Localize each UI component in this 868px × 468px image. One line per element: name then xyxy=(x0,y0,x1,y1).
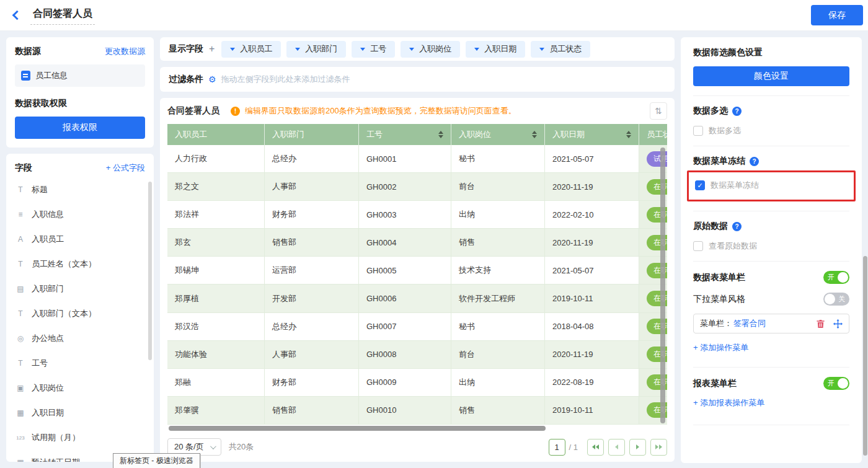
move-handle-icon[interactable] xyxy=(833,319,843,329)
chip-label: 入职岗位 xyxy=(419,43,451,55)
toggle-on-label: 开 xyxy=(828,379,835,388)
help-icon[interactable]: ? xyxy=(732,222,742,231)
table-row[interactable]: 人力行政总经办GH0001秘书2021-05-07试用期 xyxy=(167,145,667,173)
table-row[interactable]: 郑肇骥销售部GH0010销售2019-10-11在职 xyxy=(167,397,667,425)
table-cell: 运营部 xyxy=(265,257,359,285)
table-vertical-scrollbar[interactable] xyxy=(660,148,665,423)
filter-settings-gear-icon[interactable]: ⚙ xyxy=(208,74,216,84)
first-page-button[interactable] xyxy=(587,439,604,456)
page-title[interactable]: 合同签署人员 xyxy=(30,6,95,25)
field-item[interactable]: 123试用期（月） xyxy=(15,425,145,450)
column-header[interactable]: 员工状态 xyxy=(639,124,667,145)
multi-select-checkbox[interactable] xyxy=(693,126,703,136)
field-item-label: 入职部门 xyxy=(32,283,64,294)
page-vertical-scrollbar[interactable] xyxy=(863,256,867,456)
table-cell: GH0002 xyxy=(359,173,451,201)
help-icon[interactable]: ? xyxy=(732,107,742,116)
field-item[interactable]: T入职部门（文本） xyxy=(15,301,145,326)
field-list: T标题≡入职信息A入职员工T员工姓名（文本）▤入职部门T入职部门（文本）◎办公地… xyxy=(15,177,145,462)
table-row[interactable]: 郑汉浩总经办GH0007秘书2018-04-08在职 xyxy=(167,313,667,341)
prev-page-button[interactable] xyxy=(608,439,625,456)
add-display-field-icon[interactable]: + xyxy=(209,43,215,55)
browser-status-tooltip: 新标签页 - 极速浏览器 xyxy=(113,453,200,468)
display-field-chip[interactable]: 入职日期 xyxy=(466,41,525,58)
help-icon[interactable]: ? xyxy=(750,157,759,166)
color-filter-title: 数据筛选颜色设置 xyxy=(693,47,763,58)
raw-data-checkbox[interactable] xyxy=(693,241,703,251)
field-item-label: 办公地点 xyxy=(32,333,64,344)
display-field-chip[interactable]: 入职员工 xyxy=(221,41,281,58)
report-menubar-toggle[interactable]: 开 xyxy=(823,377,849,390)
table-row[interactable]: 郑融财务部GH0009出纳2022-08-19在职 xyxy=(167,369,667,397)
display-field-chip[interactable]: 入职部门 xyxy=(286,41,346,58)
display-field-chip[interactable]: 员工状态 xyxy=(531,41,590,58)
add-report-action-menu-link[interactable]: + 添加报表操作菜单 xyxy=(693,397,764,408)
title-icon: T xyxy=(15,185,26,194)
menubar-item-value[interactable]: 签署合同 xyxy=(733,318,766,329)
text-icon: T xyxy=(15,359,26,368)
multi-select-checkbox-row[interactable]: 数据多选 xyxy=(693,125,849,136)
datasource-item[interactable]: 员工信息 xyxy=(15,64,145,87)
table-row[interactable]: 功能体验人事部GH0008前台2020-11-19在职 xyxy=(167,341,667,369)
column-header[interactable]: 入职员工 xyxy=(167,124,265,145)
delete-trash-icon[interactable] xyxy=(816,319,825,329)
change-datasource-link[interactable]: 更改数据源 xyxy=(105,46,145,57)
column-header[interactable]: 入职岗位 xyxy=(451,124,545,145)
table-cell: 销售 xyxy=(451,397,545,425)
chip-label: 入职部门 xyxy=(305,43,337,55)
next-page-button[interactable] xyxy=(629,439,646,456)
table-cell: 前台 xyxy=(451,341,545,369)
sort-arrows-icon[interactable] xyxy=(438,131,443,138)
field-item[interactable]: ▦入职日期 xyxy=(15,400,145,425)
field-item-label: 试用期（月） xyxy=(32,432,80,443)
raw-data-checkbox-row[interactable]: 查看原始数据 xyxy=(693,241,849,252)
color-setting-button[interactable]: 颜色设置 xyxy=(693,66,849,86)
back-icon[interactable] xyxy=(12,11,22,20)
table-cell: 2020-11-19 xyxy=(545,229,639,257)
dropdown-style-toggle[interactable]: 关 xyxy=(823,293,849,306)
fields-scrollbar[interactable] xyxy=(148,182,152,360)
column-header[interactable]: 入职部门 xyxy=(265,124,359,145)
table-row[interactable]: 郑厚植开发部GH0006软件开发工程师2019-10-11在职 xyxy=(167,285,667,312)
last-page-button[interactable] xyxy=(650,439,667,456)
field-item[interactable]: ▤入职部门 xyxy=(15,276,145,301)
table-row[interactable]: 郑玄销售部GH0004销售2020-11-19在职 xyxy=(167,229,667,257)
field-item[interactable]: ◎办公地点 xyxy=(15,326,145,351)
menu-freeze-title: 数据菜单冻结 xyxy=(693,156,745,167)
display-field-chip[interactable]: 工号 xyxy=(352,41,395,58)
sort-arrows-icon[interactable] xyxy=(532,131,537,138)
column-header[interactable]: 工号 xyxy=(359,124,451,145)
table-row[interactable]: 郑之文人事部GH0002前台2020-11-19在职 xyxy=(167,173,667,201)
field-item[interactable]: ▣入职岗位 xyxy=(15,376,145,400)
field-item[interactable]: T标题 xyxy=(15,177,145,202)
table-sort-icon[interactable]: ⇅ xyxy=(650,102,667,120)
column-header-label: 入职员工 xyxy=(175,129,207,140)
chevron-down-icon xyxy=(360,48,365,51)
table-row[interactable]: 郑锡坤运营部GH0005技术支持2021-05-07在职 xyxy=(167,257,667,285)
sort-arrows-icon[interactable] xyxy=(626,131,631,138)
table-row[interactable]: 郑法祥财务部GH0003出纳2022-02-10在职 xyxy=(167,201,667,229)
display-field-chip[interactable]: 入职岗位 xyxy=(401,41,460,58)
save-button[interactable]: 保存 xyxy=(811,5,863,25)
red-highlight-box: 数据菜单冻结 xyxy=(687,170,856,201)
current-page-box[interactable]: 1 xyxy=(549,439,565,456)
add-formula-field-link[interactable]: + 公式字段 xyxy=(106,162,145,174)
table-title: 合同签署人员 xyxy=(167,105,219,117)
field-chip-row: 入职员工入职部门工号入职岗位入职日期员工状态 xyxy=(221,41,590,58)
field-item[interactable]: T员工姓名（文本） xyxy=(15,252,145,276)
menu-freeze-checkbox-row[interactable]: 数据菜单冻结 xyxy=(695,180,848,191)
add-action-menu-link[interactable]: + 添加操作菜单 xyxy=(693,342,748,353)
table-cell: 开发部 xyxy=(265,285,359,312)
field-item-label: 标题 xyxy=(32,184,48,195)
datasource-card: 数据源 更改数据源 员工信息 数据获取权限 报表权限 xyxy=(6,37,154,148)
menu-freeze-checkbox[interactable] xyxy=(695,180,705,190)
field-item-label: 预计转正日期 xyxy=(32,457,80,462)
field-item[interactable]: A入职员工 xyxy=(15,227,145,252)
field-item[interactable]: ≡入职信息 xyxy=(15,202,145,227)
field-item[interactable]: T工号 xyxy=(15,351,145,376)
horizontal-scroll-thumb[interactable] xyxy=(169,426,546,431)
column-header[interactable]: 入职日期 xyxy=(545,124,639,145)
table-cell: 软件开发工程师 xyxy=(451,285,545,312)
table-menubar-toggle[interactable]: 开 xyxy=(823,271,849,284)
report-permission-button[interactable]: 报表权限 xyxy=(15,117,145,139)
